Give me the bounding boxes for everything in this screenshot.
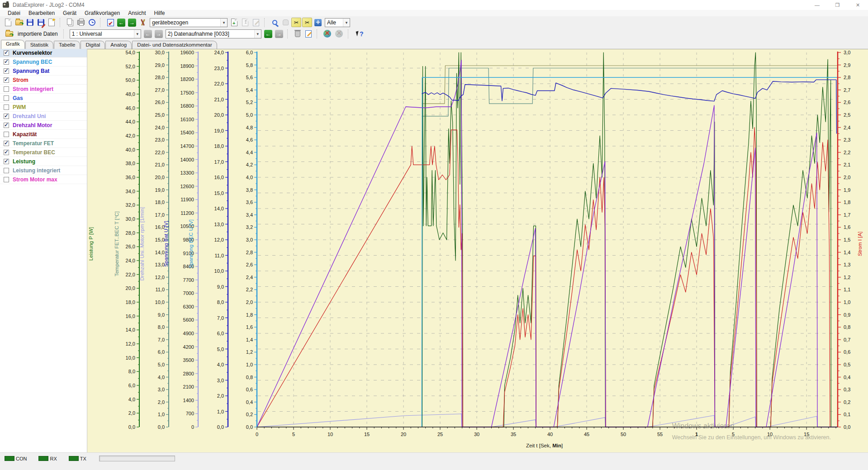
pan-mode-button[interactable] [280, 18, 290, 27]
record-combo[interactable]: 2) Datenaufnahme [0033] ▾ [166, 29, 261, 38]
curve-checkbox[interactable] [4, 114, 9, 119]
curve-row-strom-integriert[interactable]: Strom integriert [0, 85, 87, 94]
template-combo-value: gerätebezogen [150, 19, 220, 26]
import-data-label[interactable]: importiere Daten [18, 31, 58, 37]
channel-combo[interactable]: 1 : Universal ▾ [70, 29, 141, 38]
curve-checkbox[interactable] [4, 168, 9, 173]
tab-statistik[interactable]: Statistik [25, 41, 53, 49]
curve-checkbox[interactable] [4, 132, 9, 137]
google-earth-button[interactable]: ✕ [322, 29, 333, 38]
template-combo[interactable]: gerätebezogen ▾ [150, 18, 228, 27]
svg-text:15400: 15400 [180, 130, 194, 135]
curve-row-strom-motor-max[interactable]: Strom Motor max [0, 175, 87, 184]
print-button[interactable] [76, 18, 86, 27]
curve-row-spannung-bec[interactable]: Spannung BEC [0, 57, 87, 66]
svg-text:3,2: 3,2 [246, 224, 253, 230]
curve-row-drehzahl-uni[interactable]: Drehzahl Uni [0, 112, 87, 121]
scope-combo[interactable]: Alle ▾ [325, 18, 350, 27]
curve-row-strom[interactable]: Strom [0, 76, 87, 85]
save-as-button[interactable] [36, 18, 46, 27]
fit-icon: ✛ [314, 19, 322, 26]
edit-record-button[interactable] [304, 29, 313, 38]
curve-selector-checkbox[interactable] [4, 50, 9, 56]
cut-right-button[interactable]: ✂ [302, 18, 312, 27]
copy-button[interactable] [65, 18, 75, 27]
next-record-button[interactable]: → [274, 29, 284, 38]
prev-template-button[interactable]: ← [116, 18, 126, 27]
save-button[interactable] [25, 18, 35, 27]
curve-checkbox[interactable] [4, 95, 9, 101]
menu-item-gert[interactable]: Gerät [59, 10, 81, 16]
menu-item-datei[interactable]: Datei [4, 10, 24, 16]
close-button[interactable]: ✕ [848, 0, 868, 10]
menu-item-hilfe[interactable]: Hilfe [150, 10, 169, 16]
google-earth-config-button[interactable]: ✕ [334, 29, 345, 38]
fit-view-button[interactable]: ✛ [313, 18, 323, 27]
series-strom [257, 128, 830, 427]
curve-checkbox[interactable] [4, 150, 9, 155]
telemetry-chart[interactable]: 0,02,04,06,08,010,012,014,016,018,020,02… [87, 49, 868, 453]
curve-row-leistung[interactable]: Leistung [0, 157, 87, 166]
menu-item-grafikvorlagen[interactable]: Grafikvorlagen [81, 10, 124, 16]
open-file-button[interactable]: ↷ [14, 18, 24, 27]
add-template-button[interactable]: + [229, 18, 239, 27]
next-channel-button[interactable]: → [154, 29, 164, 38]
tab-analog[interactable]: Analog [105, 41, 132, 49]
import-data-button[interactable]: ↷ [3, 29, 15, 38]
curve-row-gas[interactable]: Gas [0, 94, 87, 103]
curve-row-spannung-bat[interactable]: Spannung Bat [0, 66, 87, 76]
svg-text:1: 1 [695, 432, 698, 437]
restore-button[interactable]: ❐ [827, 0, 848, 10]
curve-row-temperatur-fet[interactable]: Temperatur FET [0, 139, 87, 148]
curve-checkbox[interactable] [4, 123, 9, 128]
tab-digital[interactable]: Digital [81, 41, 105, 49]
curve-checkbox[interactable] [4, 86, 9, 92]
curve-checkbox[interactable] [4, 59, 9, 65]
curve-selector-header[interactable]: Kurvenselektor [0, 49, 87, 57]
svg-text:40,0: 40,0 [126, 147, 135, 152]
record-set-button[interactable]: ✔ [105, 18, 115, 27]
svg-text:2,9: 2,9 [844, 62, 850, 68]
svg-text:20: 20 [401, 432, 406, 437]
context-help-button[interactable]: ? [353, 29, 367, 38]
delete-record-button[interactable] [293, 29, 303, 38]
svg-text:16,0: 16,0 [214, 175, 224, 180]
menu-item-ansicht[interactable]: Ansicht [124, 10, 150, 16]
curve-row-leistung-integriert[interactable]: Leistung integriert [0, 166, 87, 175]
new-file-button[interactable] [3, 18, 13, 27]
svg-text:11900: 11900 [180, 197, 194, 202]
curve-label: Spannung Bat [13, 68, 49, 74]
svg-text:2,2: 2,2 [246, 287, 253, 292]
minimize-button[interactable]: — [807, 0, 827, 10]
curve-row-drehzahl-motor[interactable]: Drehzahl Motor [0, 121, 87, 130]
next-template-button[interactable]: → [127, 18, 137, 27]
prev-channel-button[interactable]: ← [143, 29, 153, 38]
svg-text:14000: 14000 [180, 157, 194, 162]
curve-checkbox[interactable] [4, 104, 9, 110]
zoom-mode-button[interactable] [270, 18, 280, 27]
time-button[interactable] [87, 18, 97, 27]
edit-template-button[interactable] [251, 18, 261, 27]
curve-checkbox[interactable] [4, 159, 9, 164]
tab-tabelle[interactable]: Tabelle [54, 41, 80, 49]
export-template-button[interactable]: ↥ [240, 18, 250, 27]
menu-item-bearbeiten[interactable]: Bearbeiten [24, 10, 59, 16]
curve-row-temperatur-bec[interactable]: Temperatur BEC [0, 148, 87, 157]
curve-checkbox[interactable] [4, 77, 9, 83]
svg-text:0,0: 0,0 [217, 424, 224, 430]
curve-checkbox[interactable] [4, 68, 9, 74]
curve-row-kapazit-t[interactable]: Kapazität [0, 130, 87, 139]
curve-checkbox[interactable] [4, 141, 9, 146]
svg-text:11200: 11200 [180, 210, 194, 216]
window-title: DataExplorer - JLog2 - COM4 [13, 2, 85, 8]
device-tools-button[interactable] [138, 18, 148, 27]
curve-label: Leistung [13, 158, 35, 165]
settings-button[interactable]: ★ [47, 18, 57, 27]
cut-left-button[interactable]: ✂ [291, 18, 301, 27]
svg-text:25,0: 25,0 [155, 112, 165, 118]
curve-checkbox[interactable] [4, 177, 9, 182]
prev-record-button[interactable]: ← [263, 29, 273, 38]
tab-grafik[interactable]: Grafik [1, 40, 25, 49]
tab-datei-und-datensatzkommentar[interactable]: Datei- und Datensatzkommentar [132, 41, 217, 49]
curve-row-pwm[interactable]: PWM [0, 103, 87, 112]
